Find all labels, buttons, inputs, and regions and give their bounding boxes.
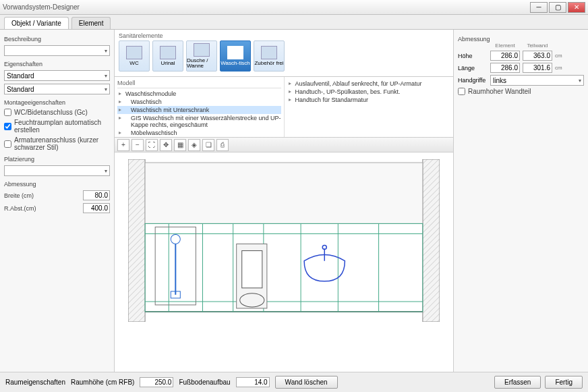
footer-bar: Raumeigenschaften Raumhöhe (cm RFB) Fußb… xyxy=(0,372,588,392)
drawing-toolbar: + − ⛶ ✥ ▦ ◈ ❏ ⎙ xyxy=(115,138,453,152)
chk-raumhoch[interactable]: Raumhoher Wandteil xyxy=(458,88,584,95)
col-element: Element xyxy=(490,43,520,49)
model-tree-title: Modell xyxy=(117,80,281,88)
snap-button[interactable]: ◈ xyxy=(188,139,200,151)
platzierung-combo[interactable] xyxy=(4,165,110,176)
list-item[interactable]: Handtuch-, UP-Spülkasten, bes. Funkt. xyxy=(287,88,451,96)
elevation-drawing xyxy=(128,159,440,322)
raumhoehe-label: Raumhöhe (cm RFB) xyxy=(71,379,134,386)
eigenschaft-combo-2[interactable]: Standard xyxy=(4,84,110,94)
titlebar: Vorwandsystem-Designer ─ ▢ ✕ xyxy=(0,0,588,15)
col-teilwand: Teilwand xyxy=(523,43,552,49)
hoehe-element-input[interactable] xyxy=(490,51,520,61)
laenge-teilwand-input[interactable] xyxy=(523,63,552,73)
left-sidebar: Beschreibung Eigenschaften Standard Stan… xyxy=(0,30,115,372)
zoom-out-button[interactable]: − xyxy=(131,139,144,151)
tree-item[interactable]: Waschtisch xyxy=(117,98,281,106)
dim-title: Abmessung xyxy=(458,36,584,43)
handgriffe-label: Handgriffe xyxy=(458,77,488,84)
zoom-in-button[interactable]: + xyxy=(117,139,129,151)
svg-rect-3 xyxy=(423,159,440,322)
tab-bar: Objekt / Variante Element xyxy=(0,15,588,30)
chk-armatur[interactable]: Armaturenanschluss (kurzer schwarzer Sti… xyxy=(4,136,110,151)
zubehoer-icon xyxy=(261,46,277,59)
tree-item[interactable]: GIS Waschtisch mit einer Wasserzählerstr… xyxy=(117,114,281,129)
hoehe-label: Höhe xyxy=(458,53,488,59)
tab-objekt[interactable]: Objekt / Variante xyxy=(4,17,69,29)
model-tree-area: Modell Waschtischmodule Waschtisch Wasch… xyxy=(115,77,453,138)
apply-button[interactable]: Erfassen xyxy=(494,376,541,389)
svg-rect-21 xyxy=(242,251,262,288)
urinal-icon xyxy=(160,46,176,59)
fussboden-input[interactable] xyxy=(236,377,270,387)
eigenschaft-combo-1[interactable]: Standard xyxy=(4,70,110,81)
rabst-label: R.Abst.(cm) xyxy=(4,205,81,212)
close-button[interactable]: ✕ xyxy=(568,2,585,13)
minimize-button[interactable]: ─ xyxy=(530,2,548,13)
breite-input[interactable] xyxy=(83,190,110,200)
right-sidebar: Abmessung Element Teilwand Höhe cm Länge… xyxy=(453,30,588,372)
raumhoehe-input[interactable] xyxy=(140,377,173,387)
laenge-label: Länge xyxy=(458,65,488,72)
handgriffe-combo[interactable]: links xyxy=(490,75,584,86)
laenge-element-input[interactable] xyxy=(490,63,520,73)
chk-feuchtraum[interactable]: Feuchtraumplan automatisch erstellen xyxy=(4,119,110,134)
layer-button[interactable]: ❏ xyxy=(202,139,214,151)
group-eigenschaften: Eigenschaften xyxy=(4,61,110,67)
svg-point-18 xyxy=(171,234,180,244)
window-title: Vorwandsystem-Designer xyxy=(3,3,80,11)
waschtisch-icon xyxy=(227,46,243,59)
center-panel: Sanitärelemente WC Urinal Dusche / Wanne… xyxy=(115,30,453,372)
fussboden-label: Fußbodenaufbau xyxy=(179,379,230,386)
elements-toolbar: Sanitärelemente WC Urinal Dusche / Wanne… xyxy=(115,30,453,77)
svg-rect-5 xyxy=(145,163,423,223)
group-abmessung: Abmessung xyxy=(4,181,110,188)
group-montage: Montageeigenschaften xyxy=(4,99,110,106)
tab-element[interactable]: Element xyxy=(71,17,111,29)
maximize-button[interactable]: ▢ xyxy=(549,2,566,13)
list-item[interactable]: Auslaufventil, Ablauf senkrecht, für UP-… xyxy=(287,80,451,88)
pan-button[interactable]: ✥ xyxy=(160,139,172,151)
wc-icon xyxy=(126,46,142,59)
print-button[interactable]: ⎙ xyxy=(216,139,229,151)
done-button[interactable]: Fertig xyxy=(545,376,583,389)
beschreibung-combo[interactable] xyxy=(4,45,110,56)
group-beschreibung: Beschreibung xyxy=(4,36,110,43)
element-urinal[interactable]: Urinal xyxy=(152,40,183,72)
element-zubehoer[interactable]: Zubehör frei xyxy=(254,40,285,72)
list-item[interactable]: Handtuch für Standarmatur xyxy=(287,96,451,104)
group-platzierung: Platzierung xyxy=(4,156,110,163)
tree-item[interactable]: Waschtisch mit Unterschrank xyxy=(117,106,281,114)
detail-list: Auslaufventil, Ablauf senkrecht, für UP-… xyxy=(285,77,454,137)
raumeigen-label: Raumeigenschaften xyxy=(5,379,65,386)
tree-item[interactable]: Möbelwaschtisch xyxy=(117,129,281,137)
drawing-canvas[interactable] xyxy=(115,152,453,372)
element-waschtisch[interactable]: Wasch-tisch xyxy=(220,40,251,72)
svg-rect-2 xyxy=(128,159,145,322)
svg-rect-6 xyxy=(145,223,423,312)
chk-wc-bidet[interactable]: WC/Bidetanschluss (Gc) xyxy=(4,109,110,116)
rabst-input[interactable] xyxy=(83,203,110,213)
dusche-icon xyxy=(194,43,210,57)
model-tree: Modell Waschtischmodule Waschtisch Wasch… xyxy=(115,77,285,137)
tree-item[interactable]: Waschtischmodule xyxy=(117,90,281,98)
hoehe-teilwand-input[interactable] xyxy=(523,51,552,61)
grid-button[interactable]: ▦ xyxy=(174,139,186,151)
breite-label: Breite (cm) xyxy=(4,192,81,199)
reset-button[interactable]: Wand löschen xyxy=(275,376,338,389)
zoom-fit-button[interactable]: ⛶ xyxy=(146,139,158,151)
element-wc[interactable]: WC xyxy=(119,40,150,72)
elements-group-title: Sanitärelemente xyxy=(119,32,285,39)
element-dusche[interactable]: Dusche / Wanne xyxy=(186,40,217,72)
